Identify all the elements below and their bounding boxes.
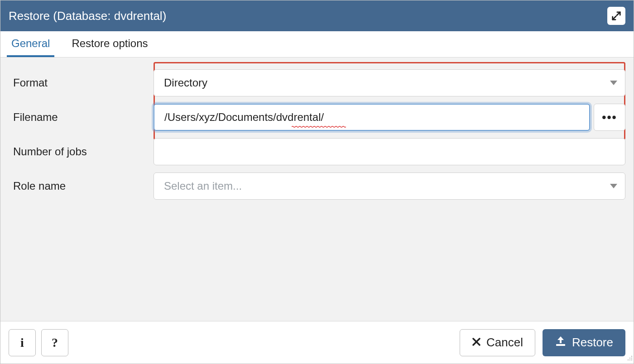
restore-button[interactable]: Restore (543, 329, 625, 356)
dialog-title: Restore (Database: dvdrental) (9, 9, 166, 23)
label-filename: Filename (9, 111, 154, 124)
row-format: Format Directory (9, 66, 625, 100)
label-role: Role name (9, 180, 154, 192)
restore-label: Restore (572, 335, 613, 350)
svg-point-11 (629, 359, 630, 360)
svg-point-12 (631, 359, 632, 360)
role-select[interactable]: Select an item... (154, 172, 625, 200)
label-jobs: Number of jobs (9, 145, 154, 158)
svg-rect-6 (556, 344, 565, 346)
dialog-titlebar: Restore (Database: dvdrental) (0, 0, 634, 31)
svg-point-10 (628, 359, 629, 360)
filename-browse-button[interactable]: ••• (594, 104, 625, 131)
help-icon: ? (52, 335, 58, 350)
cancel-button[interactable]: Cancel (460, 329, 535, 356)
upload-icon (555, 335, 567, 350)
filename-input[interactable] (154, 104, 590, 131)
info-button[interactable]: i (9, 329, 36, 356)
format-value: Directory (164, 77, 207, 89)
dialog-footer: i ? Cancel Restore (0, 321, 634, 364)
ellipsis-icon: ••• (602, 110, 617, 125)
tab-restore-options[interactable]: Restore options (67, 31, 152, 57)
role-placeholder: Select an item... (164, 180, 242, 192)
tab-general[interactable]: General (7, 31, 54, 57)
row-role: Role name Select an item... (9, 169, 625, 203)
expand-icon (611, 11, 621, 21)
svg-point-8 (629, 358, 630, 359)
restore-dialog: Restore (Database: dvdrental) General Re… (0, 0, 634, 364)
tab-bar: General Restore options (0, 31, 634, 57)
cancel-label: Cancel (486, 335, 523, 350)
help-button[interactable]: ? (41, 329, 68, 356)
resize-grip-icon[interactable] (626, 354, 633, 363)
maximize-button[interactable] (607, 7, 625, 25)
format-select[interactable]: Directory (154, 69, 625, 96)
svg-point-9 (631, 358, 632, 359)
dialog-body: Format Directory Filename (0, 57, 634, 321)
label-format: Format (9, 77, 154, 89)
info-icon: i (20, 335, 24, 350)
close-icon (472, 335, 481, 350)
row-filename: Filename ••• (9, 100, 625, 134)
jobs-input[interactable] (154, 138, 625, 165)
row-jobs: Number of jobs (9, 134, 625, 169)
svg-point-7 (631, 356, 632, 357)
